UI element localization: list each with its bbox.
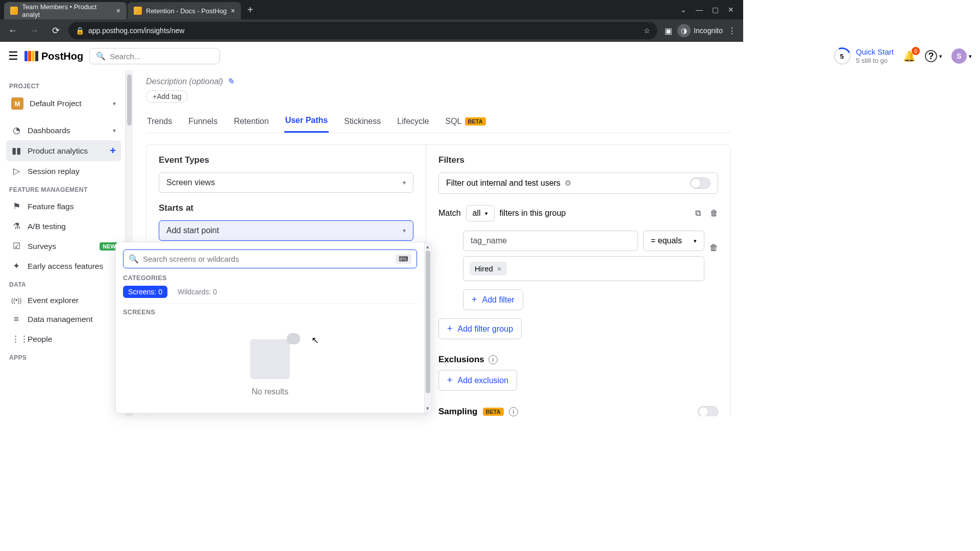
tab-trends[interactable]: Trends	[146, 112, 173, 133]
category-screens[interactable]: Screens: 0	[123, 286, 167, 298]
close-icon[interactable]: ×	[497, 264, 502, 273]
close-icon[interactable]: ×	[116, 7, 120, 15]
browser-tab-active[interactable]: Team Members • Product analyt ×	[4, 2, 127, 19]
chevron-down-icon[interactable]: ⌄	[680, 6, 687, 14]
sidebar-item-feature-flags[interactable]: ⚑ Feature flags	[6, 196, 121, 216]
sidebar-item-dashboards[interactable]: ◔ Dashboards ▾	[6, 120, 121, 140]
sidebar-item-data-management[interactable]: ≡ Data management	[6, 310, 121, 329]
sidebar-item-event-explorer[interactable]: ((•)) Event explorer	[6, 291, 121, 310]
logo[interactable]: PostHog	[24, 51, 83, 62]
info-icon[interactable]: i	[509, 407, 518, 416]
keyboard-icon: ⌨	[396, 254, 411, 264]
browser-tab[interactable]: Retention - Docs - PostHog ×	[128, 2, 241, 19]
chevron-down-icon: ▾	[485, 210, 488, 217]
plus-icon[interactable]: +	[110, 145, 116, 157]
checklist-icon: ☑	[11, 241, 21, 252]
sidebar-item-product-analytics[interactable]: ▮▮ Product analytics +	[6, 140, 121, 161]
sidebar-item-ab-testing[interactable]: ⚗ A/B testing	[6, 216, 121, 236]
tab-sql[interactable]: SQL BETA	[445, 112, 487, 133]
sidebar-item-session-replay[interactable]: ▷ Session replay	[6, 161, 121, 181]
copy-icon[interactable]: ⧉	[695, 209, 701, 218]
add-filter-button[interactable]: + Add filter	[463, 289, 523, 310]
search-input[interactable]: 🔍 Search...	[89, 48, 220, 64]
start-point-select[interactable]: Add start point ▾	[159, 220, 413, 241]
flag-icon: ⚑	[11, 201, 21, 212]
popover-search[interactable]: 🔍 ⌨	[123, 249, 417, 268]
section-heading: APPS	[6, 349, 121, 364]
screens-heading: SCREENS	[123, 303, 417, 316]
popover-scrollbar[interactable]: ▴ ▾	[424, 242, 431, 413]
app-topbar: ☰ PostHog 🔍 Search... 5 Quick Start 5 st…	[0, 42, 743, 70]
filter-property-input[interactable]: tag_name	[463, 231, 638, 251]
description-placeholder[interactable]: Description (optional)	[146, 77, 223, 86]
sidebar-item-surveys[interactable]: ☑ Surveys NEW	[6, 236, 121, 256]
sparkle-icon: ✦	[11, 261, 21, 271]
chevron-down-icon: ▾	[403, 179, 406, 186]
menu-icon[interactable]: ⋮	[728, 26, 736, 36]
tab-stickiness[interactable]: Stickiness	[343, 112, 382, 133]
sidebar-item-people[interactable]: ⋮⋮ People	[6, 329, 121, 349]
logo-icon	[24, 51, 38, 61]
filter-operator-select[interactable]: = equals ▾	[643, 231, 704, 251]
scroll-down-icon[interactable]: ▾	[425, 405, 431, 412]
section-heading: DATA	[6, 276, 121, 291]
info-icon[interactable]: i	[488, 355, 498, 364]
url-input[interactable]: 🔒 app.posthog.com/insights/new ☆	[68, 22, 657, 39]
sampling-toggle[interactable]	[698, 406, 718, 416]
tab-lifecycle[interactable]: Lifecycle	[396, 112, 430, 133]
reload-button[interactable]: ⟳	[47, 22, 64, 39]
sampling-row: Sampling BETA i	[438, 406, 718, 416]
list-icon: ≡	[11, 314, 21, 324]
category-wildcards[interactable]: Wildcards: 0	[173, 286, 222, 298]
sidebar-item-label: Product analytics	[28, 146, 88, 156]
tab-title: Retention - Docs - PostHog	[146, 7, 227, 15]
sidebar-item-label: Surveys	[28, 242, 56, 251]
maximize-icon[interactable]: ▢	[712, 6, 719, 14]
scroll-up-icon[interactable]: ▴	[425, 243, 431, 250]
new-tab-button[interactable]: +	[242, 2, 258, 18]
trash-icon[interactable]: 🗑	[710, 209, 718, 218]
add-exclusion-button[interactable]: + Add exclusion	[438, 370, 517, 391]
close-icon[interactable]: ×	[231, 7, 235, 15]
tab-retention[interactable]: Retention	[233, 112, 270, 133]
project-badge: M	[11, 97, 23, 110]
edit-icon[interactable]: ✎	[227, 77, 234, 86]
back-button[interactable]: ←	[4, 22, 21, 39]
search-icon: 🔍	[96, 52, 106, 61]
tab-user-paths[interactable]: User Paths	[284, 112, 329, 133]
extensions-icon[interactable]: ▣	[665, 26, 672, 36]
event-types-select[interactable]: Screen views ▾	[159, 172, 413, 193]
scroll-thumb[interactable]	[426, 251, 430, 393]
forward-button[interactable]: →	[26, 22, 43, 39]
toggle-switch[interactable]	[690, 178, 710, 189]
tab-funnels[interactable]: Funnels	[187, 112, 218, 133]
plus-icon: +	[447, 375, 453, 386]
add-tag-button[interactable]: +Add tag	[146, 90, 188, 103]
tab-bar: Team Members • Product analyt × Retentio…	[0, 0, 743, 19]
section-heading: PROJECT	[6, 78, 121, 93]
minimize-icon[interactable]: —	[696, 6, 703, 14]
tab-title: Team Members • Product analyt	[22, 3, 112, 18]
close-window-icon[interactable]: ✕	[728, 6, 734, 14]
beta-badge: BETA	[483, 408, 504, 416]
trash-icon[interactable]: 🗑	[709, 243, 718, 253]
plus-icon: +	[153, 92, 157, 101]
add-filter-group-button[interactable]: + Add filter group	[438, 318, 522, 339]
popover-search-input[interactable]	[143, 255, 391, 263]
project-selector[interactable]: M Default Project ▾	[6, 93, 121, 114]
window-controls: ⌄ — ▢ ✕	[680, 6, 739, 14]
field-label: Starts at	[159, 203, 413, 213]
internal-users-toggle-row: Filter out internal and test users ⚙	[438, 172, 718, 194]
filter-value-input[interactable]: Hired ×	[463, 256, 704, 281]
gear-icon[interactable]: ⚙	[565, 179, 571, 188]
gauge-icon: ◔	[11, 125, 21, 136]
star-icon[interactable]: ☆	[644, 27, 650, 35]
empty-illustration-icon	[250, 339, 290, 379]
match-mode-select[interactable]: all ▾	[466, 205, 495, 221]
field-label: Event Types	[159, 155, 413, 165]
menu-toggle-icon[interactable]: ☰	[8, 49, 18, 63]
incognito-icon: ◑	[677, 24, 691, 37]
scroll-thumb[interactable]	[127, 74, 132, 126]
chevron-down-icon: ▾	[113, 100, 116, 107]
sidebar-item-early-access[interactable]: ✦ Early access features	[6, 256, 121, 276]
